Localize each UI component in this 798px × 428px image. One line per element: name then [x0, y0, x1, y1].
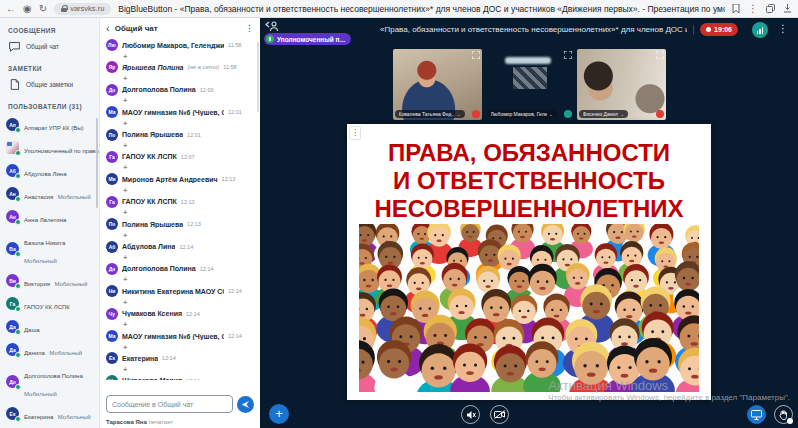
browser-toolbar: ← ◉ ↻ varsvks.ru BigBlueButton - «Права,…	[0, 0, 798, 18]
sidebar-item-shared-notes[interactable]: Общие заметки	[0, 75, 99, 94]
user-list-item[interactable]: Ек Екатерина Мобильный	[0, 402, 99, 425]
chat-message: По Полина Ярышева 12:01 +	[106, 129, 254, 151]
user-list-item[interactable]: Уполномоченный по правам реб...	[0, 136, 99, 159]
toggle-userlist-icon[interactable]	[265, 21, 279, 32]
message-time: 12:13	[187, 221, 201, 227]
message-time: 12:14	[186, 378, 200, 380]
fullscreen-icon[interactable]	[472, 51, 480, 59]
message-avatar: Ми	[106, 173, 118, 185]
message-avatar: Ма	[106, 106, 118, 118]
chat-header: ‹ Общий чат ⋮	[100, 18, 260, 38]
connection-status-icon[interactable]	[752, 22, 768, 38]
camera-off-button[interactable]	[490, 405, 509, 424]
user-list-item[interactable]: Га ГАПОУ КК ЛСПК	[0, 292, 99, 315]
message-text: +	[106, 119, 254, 128]
chat-message: Ма МАОУ гимназия №6 (Чушев, Овеч... 12:0…	[106, 106, 254, 128]
actions-plus-button[interactable]: +	[269, 404, 289, 424]
message-text: +	[106, 96, 254, 105]
chat-back-icon[interactable]: ‹	[106, 23, 110, 34]
back-icon[interactable]: ←	[6, 4, 16, 14]
download-icon[interactable]	[783, 4, 792, 13]
chat-message: Га ГАПОУ КК ЛСПК 12:07 +	[106, 151, 254, 173]
message-time: 12:14	[162, 355, 176, 361]
talking-indicator: Уполномоченный п...	[264, 33, 351, 45]
user-list-item[interactable]: До Долгополова Полина Мобильный	[0, 361, 99, 402]
webcam-tile[interactable]: Любомир Макаров, Геле... ⌄	[485, 49, 574, 120]
webcam-name-chip[interactable]: Любомир Макаров, Геле... ⌄	[487, 110, 557, 118]
sidebar-scrollbar[interactable]	[96, 118, 98, 208]
sidebar-item-public-chat[interactable]: Общий чат	[0, 37, 99, 56]
fullscreen-icon[interactable]	[656, 51, 664, 59]
users-section-header: ПОЛЬЗОВАТЕЛИ (31)	[0, 94, 99, 113]
user-list-item[interactable]: Ба Базола Никита Мобильный	[0, 228, 99, 269]
user-list-item[interactable]: Ап Аппарат УПР КК (Вы)	[0, 113, 99, 136]
fullscreen-icon[interactable]	[564, 51, 572, 59]
user-status-badge	[15, 219, 21, 225]
chat-message-list: Лю Любомир Макаров, Геленджик, С... 11:5…	[100, 39, 260, 380]
tab-stack-icon[interactable]	[766, 4, 775, 13]
user-device-status: Мобильный	[54, 281, 87, 287]
chat-options-icon[interactable]: ⋮	[245, 23, 254, 33]
message-sender: ГАПОУ КК ЛСПК	[122, 153, 177, 160]
message-avatar: Лю	[106, 39, 118, 51]
chat-message: Ни Никитина Екатерина МАОУ СОШ ... 12:14…	[106, 285, 254, 307]
message-text: +	[106, 365, 254, 374]
user-avatar: Ап	[6, 118, 19, 131]
user-name: Анастасия	[24, 194, 53, 200]
user-device-status: Мобильный	[49, 350, 82, 356]
url-text: varsvks.ru	[70, 4, 104, 13]
user-name: Долгополова Полина	[24, 373, 83, 379]
raise-hand-button[interactable]	[774, 405, 793, 424]
message-text: +	[106, 298, 254, 307]
user-status-badge	[15, 150, 21, 156]
user-list-item[interactable]: Ан Анастасия Мобильный	[0, 182, 99, 205]
webcam-strip: Ковалева Татьяна Фед... ⌄ Любомир Макаро…	[260, 49, 798, 120]
public-chat-label: Общий чат	[26, 43, 59, 50]
options-menu-icon[interactable]: ⋮	[778, 23, 788, 34]
chat-message: Ек Екатерина 12:14 +	[106, 352, 254, 374]
user-status-badge	[15, 173, 21, 179]
meeting-top-bar: Уполномоченный п... «Права, обязанности …	[260, 18, 798, 48]
chat-message: Аб Абдулова Лина 12:14 +	[106, 241, 254, 263]
speaker-muted-icon	[466, 410, 476, 420]
mic-on-icon	[266, 35, 274, 43]
message-sender: Никитина Екатерина МАОУ СОШ ...	[122, 288, 224, 295]
refresh-icon[interactable]: ↻	[39, 4, 47, 14]
message-avatar: По	[106, 129, 118, 141]
webcam-tile[interactable]: Ковалева Татьяна Фед... ⌄	[393, 49, 482, 120]
address-bar[interactable]: varsvks.ru	[54, 3, 111, 15]
recording-indicator[interactable]: 19:06	[700, 23, 738, 36]
screenshare-button[interactable]	[747, 405, 766, 424]
message-avatar: Ни	[106, 285, 118, 297]
user-list-item[interactable]: Да Данила Мобильный	[0, 338, 99, 361]
message-sender: Абдулова Лина	[122, 243, 175, 250]
message-sender: Чумакова Ксения	[122, 310, 182, 317]
chat-message-input[interactable]	[106, 395, 233, 413]
chat-message: Ми Миронов Артём Андреевич 12:13 +	[106, 173, 254, 195]
browser-menu-icon[interactable]: ⋮	[748, 4, 758, 14]
webcam-tile[interactable]: Фисенко Данил ⌄	[577, 49, 666, 120]
message-time: 12:14	[228, 333, 242, 339]
user-avatar: Да	[6, 343, 19, 356]
user-list-item[interactable]: Да Даша	[0, 315, 99, 338]
bookmark-icon[interactable]	[732, 4, 740, 13]
send-message-button[interactable]	[237, 396, 254, 413]
webcam-name-chip[interactable]: Фисенко Данил ⌄	[579, 110, 629, 118]
user-list-item[interactable]: Ви Виктория Мобильный	[0, 269, 99, 292]
user-list-item[interactable]: Ан Анна Лалетина	[0, 205, 99, 228]
user-name: Анна Лалетина	[24, 217, 66, 223]
message-time: 12:14	[200, 266, 214, 272]
audio-off-button[interactable]	[461, 405, 480, 424]
webcam-name-chip[interactable]: Ковалева Татьяна Фед... ⌄	[395, 110, 465, 118]
user-status-badge	[15, 127, 21, 133]
user-list-item[interactable]: Аб Абдулова Лина	[0, 159, 99, 182]
browser-tab-title: BigBlueButton - «Права, обязанности и от…	[118, 4, 725, 14]
message-time: 12:00	[200, 87, 214, 93]
extension-icon[interactable]: ◉	[23, 4, 32, 14]
chat-title: Общий чат	[115, 24, 240, 33]
user-device-status: Мобильный	[58, 194, 91, 200]
slide-options-icon[interactable]: ⋮	[349, 126, 361, 140]
chat-scrollbar[interactable]	[257, 42, 259, 112]
message-time: 12:13	[181, 199, 195, 205]
user-avatar: Ан	[6, 187, 19, 200]
